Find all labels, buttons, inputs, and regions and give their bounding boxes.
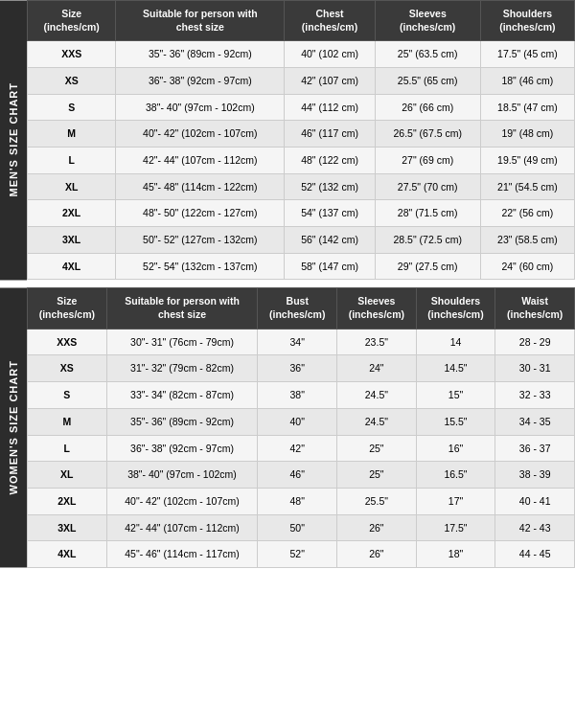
mens-cell: 35"- 36" (89cm - 92cm) bbox=[116, 41, 285, 68]
mens-cell: 40"- 42" (102cm - 107cm) bbox=[116, 121, 285, 148]
womens-cell: 24.5" bbox=[337, 382, 417, 409]
womens-cell: 32 - 33 bbox=[495, 382, 575, 409]
table-row: XL45"- 48" (114cm - 122cm)52" (132 cm)27… bbox=[28, 173, 575, 200]
womens-cell: 42" bbox=[258, 435, 337, 462]
womens-cell: 17.5" bbox=[416, 514, 495, 541]
mens-header-cell: Size(inches/cm) bbox=[28, 1, 116, 41]
womens-cell: 36"- 38" (92cm - 97cm) bbox=[106, 435, 258, 462]
womens-chart-label: WOMEN'S SIZE CHART bbox=[0, 287, 27, 567]
womens-cell: 34" bbox=[258, 329, 337, 355]
table-row: XXS35"- 36" (89cm - 92cm)40" (102 cm)25"… bbox=[28, 41, 575, 68]
mens-cell: 58" (147 cm) bbox=[285, 253, 375, 280]
womens-table: Size(inches/cm)Suitable for person withc… bbox=[27, 287, 575, 567]
womens-header-cell: Shoulders(inches/cm) bbox=[416, 288, 495, 329]
womens-cell: 14 bbox=[416, 329, 495, 355]
womens-cell: 33"- 34" (82cm - 87cm) bbox=[106, 382, 258, 409]
mens-cell: 42"- 44" (107cm - 112cm) bbox=[116, 148, 285, 174]
mens-header-cell: Suitable for person withchest size bbox=[116, 1, 285, 41]
womens-cell: 48" bbox=[258, 488, 337, 514]
womens-tbody: XXS30"- 31" (76cm - 79cm)34"23.5"1428 - … bbox=[28, 329, 575, 567]
womens-header-cell: Suitable for person withchest size bbox=[106, 288, 258, 329]
womens-cell: 17" bbox=[416, 488, 495, 514]
mens-table-wrap: Size(inches/cm)Suitable for person withc… bbox=[27, 0, 575, 280]
mens-cell: M bbox=[28, 121, 116, 148]
womens-cell: 40" bbox=[258, 408, 337, 435]
mens-cell: 36"- 38" (92cm - 97cm) bbox=[116, 67, 285, 94]
womens-cell: S bbox=[28, 382, 107, 409]
mens-cell: XL bbox=[28, 173, 116, 200]
womens-cell: 35"- 36" (89cm - 92cm) bbox=[106, 408, 258, 435]
mens-cell: XXS bbox=[28, 41, 116, 68]
womens-cell: 4XL bbox=[28, 541, 107, 568]
mens-cell: 26" (66 cm) bbox=[375, 94, 480, 121]
table-row: 4XL45"- 46" (114cm - 117cm)52"26"18"44 -… bbox=[28, 541, 575, 568]
mens-cell: 3XL bbox=[28, 227, 116, 254]
table-row: M35"- 36" (89cm - 92cm)40"24.5"15.5"34 -… bbox=[28, 408, 575, 435]
table-row: M40"- 42" (102cm - 107cm)46" (117 cm)26.… bbox=[28, 121, 575, 148]
mens-cell: 42" (107 cm) bbox=[285, 67, 375, 94]
womens-cell: 16.5" bbox=[416, 462, 495, 489]
womens-cell: 46" bbox=[258, 462, 337, 489]
mens-cell: 48"- 50" (122cm - 127cm) bbox=[116, 200, 285, 227]
womens-cell: 24" bbox=[337, 355, 417, 382]
table-row: S33"- 34" (82cm - 87cm)38"24.5"15"32 - 3… bbox=[28, 382, 575, 409]
mens-cell: XS bbox=[28, 67, 116, 94]
womens-cell: 36" bbox=[258, 355, 337, 382]
womens-cell: 23.5" bbox=[337, 329, 417, 355]
mens-cell: 28" (71.5 cm) bbox=[375, 200, 480, 227]
womens-cell: 45"- 46" (114cm - 117cm) bbox=[106, 541, 258, 568]
mens-cell: 40" (102 cm) bbox=[285, 41, 375, 68]
table-row: XXS30"- 31" (76cm - 79cm)34"23.5"1428 - … bbox=[28, 329, 575, 355]
womens-cell: 38 - 39 bbox=[495, 462, 575, 489]
mens-cell: L bbox=[28, 148, 116, 174]
mens-cell: 19" (48 cm) bbox=[480, 121, 574, 148]
womens-cell: 44 - 45 bbox=[495, 541, 575, 568]
womens-cell: 30 - 31 bbox=[495, 355, 575, 382]
mens-cell: 52" (132 cm) bbox=[285, 173, 375, 200]
table-row: 4XL52"- 54" (132cm - 137cm)58" (147 cm)2… bbox=[28, 253, 575, 280]
table-row: XS31"- 32" (79cm - 82cm)36"24"14.5"30 - … bbox=[28, 355, 575, 382]
womens-cell: 38"- 40" (97cm - 102cm) bbox=[106, 462, 258, 489]
womens-header-cell: Bust(inches/cm) bbox=[258, 288, 337, 329]
womens-cell: XL bbox=[28, 462, 107, 489]
mens-cell: 18" (46 cm) bbox=[480, 67, 574, 94]
womens-cell: 52" bbox=[258, 541, 337, 568]
womens-cell: 2XL bbox=[28, 488, 107, 514]
mens-cell: 4XL bbox=[28, 253, 116, 280]
womens-cell: 26" bbox=[337, 541, 417, 568]
mens-cell: 50"- 52" (127cm - 132cm) bbox=[116, 227, 285, 254]
womens-size-chart: WOMEN'S SIZE CHART Size(inches/cm)Suitab… bbox=[0, 287, 575, 567]
womens-cell: 25.5" bbox=[337, 488, 417, 514]
womens-cell: 15" bbox=[416, 382, 495, 409]
mens-size-chart: MEN'S SIZE CHART Size(inches/cm)Suitable… bbox=[0, 0, 575, 280]
womens-cell: 28 - 29 bbox=[495, 329, 575, 355]
mens-cell: 26.5" (67.5 cm) bbox=[375, 121, 480, 148]
womens-cell: 34 - 35 bbox=[495, 408, 575, 435]
mens-cell: 24" (60 cm) bbox=[480, 253, 574, 280]
womens-cell: 42"- 44" (107cm - 112cm) bbox=[106, 514, 258, 541]
table-row: XS36"- 38" (92cm - 97cm)42" (107 cm)25.5… bbox=[28, 67, 575, 94]
mens-cell: 25" (63.5 cm) bbox=[375, 41, 480, 68]
womens-header-row: Size(inches/cm)Suitable for person withc… bbox=[28, 288, 575, 329]
womens-table-wrap: Size(inches/cm)Suitable for person withc… bbox=[27, 287, 575, 567]
womens-cell: 14.5" bbox=[416, 355, 495, 382]
mens-cell: 22" (56 cm) bbox=[480, 200, 574, 227]
womens-cell: 40"- 42" (102cm - 107cm) bbox=[106, 488, 258, 514]
womens-cell: 38" bbox=[258, 382, 337, 409]
mens-header-cell: Shoulders(inches/cm) bbox=[480, 1, 574, 41]
mens-cell: 17.5" (45 cm) bbox=[480, 41, 574, 68]
table-row: L42"- 44" (107cm - 112cm)48" (122 cm)27"… bbox=[28, 148, 575, 174]
womens-cell: 40 - 41 bbox=[495, 488, 575, 514]
mens-cell: 19.5" (49 cm) bbox=[480, 148, 574, 174]
womens-cell: 36 - 37 bbox=[495, 435, 575, 462]
mens-cell: 21" (54.5 cm) bbox=[480, 173, 574, 200]
table-row: 3XL42"- 44" (107cm - 112cm)50"26"17.5"42… bbox=[28, 514, 575, 541]
mens-chart-label: MEN'S SIZE CHART bbox=[0, 0, 27, 280]
mens-cell: 38"- 40" (97cm - 102cm) bbox=[116, 94, 285, 121]
womens-cell: XS bbox=[28, 355, 107, 382]
womens-cell: 24.5" bbox=[337, 408, 417, 435]
mens-cell: 25.5" (65 cm) bbox=[375, 67, 480, 94]
mens-cell: 18.5" (47 cm) bbox=[480, 94, 574, 121]
mens-cell: 48" (122 cm) bbox=[285, 148, 375, 174]
mens-cell: 29" (27.5 cm) bbox=[375, 253, 480, 280]
